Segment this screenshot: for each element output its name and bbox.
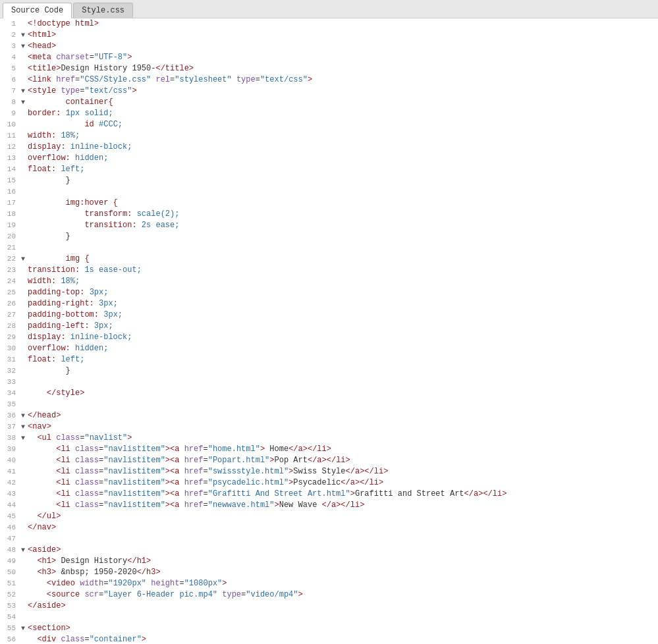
line-number: 56	[0, 634, 21, 644]
line-content: display: inline-block;	[21, 332, 658, 343]
code-line-31: 31 float: left;	[0, 354, 658, 365]
line-content: }	[21, 175, 658, 186]
code-line-13: 13 overflow: hidden;	[0, 153, 658, 164]
tab-bar: Source CodeStyle.css	[0, 0, 658, 18]
line-content: width: 18%;	[21, 130, 658, 142]
code-area: 1 <!doctype html>2▼ <html>3▼ <head>4 <me…	[0, 18, 658, 644]
line-number: 29	[0, 332, 21, 342]
collapse-triangle[interactable]: ▼	[21, 254, 28, 265]
line-number: 32	[0, 365, 21, 376]
line-content: float: left;	[21, 164, 658, 175]
line-number: 26	[0, 298, 21, 309]
line-number: 49	[0, 556, 21, 566]
code-line-40: 40 <li class="navlistitem"><a href="Popa…	[0, 455, 658, 466]
line-content: <!doctype html>	[21, 18, 658, 30]
line-number: 27	[0, 309, 21, 320]
line-number: 28	[0, 321, 21, 331]
collapse-triangle[interactable]: ▼	[21, 30, 28, 41]
line-content	[21, 399, 658, 410]
line-content: </ul>	[21, 511, 658, 522]
collapse-triangle[interactable]: ▼	[21, 86, 28, 97]
code-line-20: 20 }	[0, 231, 658, 242]
line-content: padding-right: 3px;	[21, 298, 658, 309]
line-content: transition: 2s ease;	[21, 220, 658, 231]
code-line-17: 17 img:hover {	[0, 198, 658, 209]
collapse-triangle[interactable]: ▼	[21, 41, 28, 52]
tab-source-code[interactable]: Source Code	[3, 3, 72, 18]
line-number: 2	[0, 30, 21, 40]
code-line-22: 22▼ img {	[0, 254, 658, 265]
line-number: 20	[0, 231, 21, 242]
line-content: width: 18%;	[21, 276, 658, 287]
line-number: 40	[0, 455, 21, 466]
code-line-19: 19 transition: 2s ease;	[0, 220, 658, 231]
code-line-4: 4 <meta charset="UTF-8">	[0, 52, 658, 63]
line-number: 52	[0, 589, 21, 600]
line-content: <li class="navlistitem"><a href="newwave…	[21, 500, 658, 511]
code-line-8: 8▼ container{	[0, 97, 658, 108]
line-content: ▼ <nav>	[21, 421, 658, 433]
code-line-50: 50 <h3> &nbsp; 1950-2020</h3>	[0, 567, 658, 578]
line-content: <h1> Design History</h1>	[21, 556, 658, 567]
line-content: ▼ img {	[21, 254, 658, 265]
line-number: 50	[0, 567, 21, 577]
line-content: </aside>	[21, 601, 658, 612]
line-number: 30	[0, 343, 21, 354]
line-content: ▼ <aside>	[21, 545, 658, 556]
code-line-46: 46 </nav>	[0, 522, 658, 533]
line-number: 47	[0, 533, 21, 544]
code-line-11: 11 width: 18%;	[0, 130, 658, 142]
line-number: 51	[0, 578, 21, 589]
code-line-5: 5 <title>Design History 1950-</title>	[0, 63, 658, 74]
collapse-triangle[interactable]: ▼	[21, 433, 28, 444]
line-content: transition: 1s ease-out;	[21, 265, 658, 276]
line-number: 36	[0, 410, 21, 421]
collapse-triangle[interactable]: ▼	[21, 97, 28, 108]
line-number: 31	[0, 354, 21, 365]
collapse-triangle[interactable]: ▼	[21, 411, 28, 421]
line-number: 16	[0, 186, 21, 197]
code-line-49: 49 <h1> Design History</h1>	[0, 556, 658, 567]
line-number: 42	[0, 477, 21, 488]
line-content: overflow: hidden;	[21, 153, 658, 164]
collapse-triangle[interactable]: ▼	[21, 545, 28, 556]
code-line-47: 47	[0, 533, 658, 545]
code-line-39: 39 <li class="navlistitem"><a href="home…	[0, 444, 658, 455]
line-number: 35	[0, 399, 21, 410]
line-number: 8	[0, 97, 21, 107]
code-line-24: 24 width: 18%;	[0, 276, 658, 287]
code-line-18: 18 transform: scale(2);	[0, 209, 658, 220]
line-number: 15	[0, 175, 21, 186]
line-content	[21, 533, 658, 545]
line-number: 55	[0, 623, 21, 633]
code-line-12: 12 display: inline-block;	[0, 142, 658, 153]
code-line-9: 9 border: 1px solid;	[0, 108, 658, 119]
code-line-53: 53 </aside>	[0, 601, 658, 612]
tab-style-css[interactable]: Style.css	[73, 3, 133, 18]
line-content: <li class="navlistitem"><a href="Popart.…	[21, 455, 658, 466]
code-line-55: 55▼ <section>	[0, 623, 658, 634]
collapse-triangle[interactable]: ▼	[21, 422, 28, 433]
code-line-7: 7▼ <style type="text/css">	[0, 86, 658, 97]
line-content: <title>Design History 1950-</title>	[21, 63, 658, 74]
collapse-triangle[interactable]: ▼	[21, 624, 28, 634]
code-line-6: 6 <link href="CSS/Style.css" rel="styles…	[0, 74, 658, 86]
line-number: 10	[0, 119, 21, 130]
line-content: padding-left: 3px;	[21, 321, 658, 332]
line-number: 41	[0, 466, 21, 477]
line-content: }	[21, 231, 658, 242]
line-number: 38	[0, 433, 21, 443]
line-number: 34	[0, 388, 21, 398]
line-number: 21	[0, 242, 21, 253]
line-number: 46	[0, 522, 21, 533]
line-content	[21, 612, 658, 623]
line-number: 24	[0, 276, 21, 286]
line-content: ▼ <section>	[21, 623, 658, 634]
code-line-27: 27 padding-bottom: 3px;	[0, 309, 658, 321]
code-line-1: 1 <!doctype html>	[0, 18, 658, 30]
line-content: </style>	[21, 388, 658, 399]
line-content: ▼ <head>	[21, 41, 658, 52]
line-number: 11	[0, 130, 21, 141]
code-line-48: 48▼ <aside>	[0, 545, 658, 556]
line-content: <li class="navlistitem"><a href="Grafitt…	[21, 489, 658, 500]
